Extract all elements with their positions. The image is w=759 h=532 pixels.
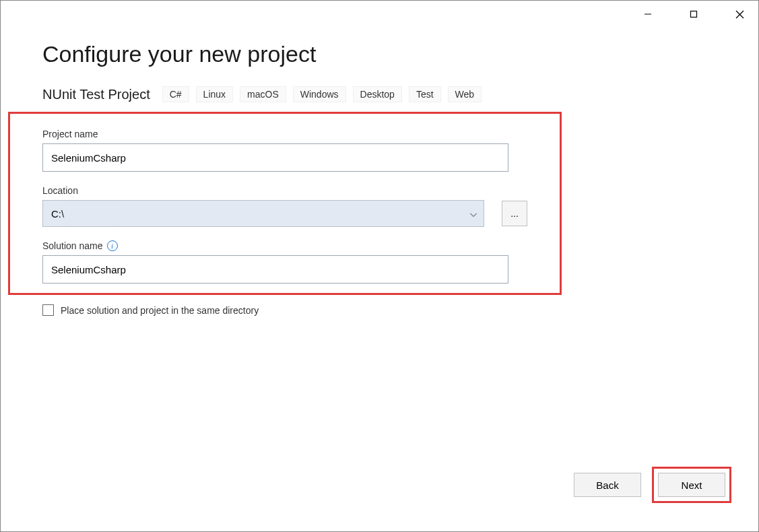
- page-title: Configure your new project: [42, 41, 717, 67]
- location-dropdown[interactable]: C:\: [42, 200, 484, 227]
- location-label: Location: [42, 185, 527, 196]
- tag-web: Web: [448, 86, 482, 102]
- tag-linux: Linux: [196, 86, 233, 102]
- maximize-button[interactable]: [680, 5, 707, 24]
- minimize-button[interactable]: [634, 5, 661, 24]
- tag-macos: macOS: [240, 86, 286, 102]
- close-button[interactable]: [726, 5, 753, 24]
- fields-highlight: Project name Location C:\ ... Solution n…: [8, 112, 562, 295]
- solution-name-input[interactable]: [42, 255, 508, 284]
- dialog-content: Configure your new project NUnit Test Pr…: [1, 1, 758, 316]
- minimize-icon: [644, 10, 652, 18]
- back-button[interactable]: Back: [574, 473, 641, 497]
- window-controls: [634, 5, 753, 24]
- close-icon: [735, 10, 744, 19]
- tag-test: Test: [409, 86, 441, 102]
- same-directory-row: Place solution and project in the same d…: [42, 304, 717, 316]
- tag-csharp: C#: [162, 86, 189, 102]
- svg-rect-1: [691, 11, 697, 18]
- solution-name-label-text: Solution name: [42, 240, 103, 251]
- chevron-down-icon: [470, 208, 477, 220]
- tag-list: C# Linux macOS Windows Desktop Test Web: [162, 86, 482, 102]
- same-directory-label: Place solution and project in the same d…: [61, 305, 259, 316]
- maximize-icon: [690, 10, 698, 18]
- location-row: C:\ ...: [42, 200, 527, 227]
- same-directory-checkbox[interactable]: [42, 304, 54, 316]
- next-button[interactable]: Next: [658, 473, 725, 497]
- location-value: C:\: [51, 208, 64, 220]
- project-name-label: Project name: [42, 129, 527, 139]
- template-name: NUnit Test Project: [42, 87, 150, 102]
- solution-name-label: Solution name i: [42, 240, 527, 251]
- dialog-footer: Back Next: [574, 467, 731, 503]
- location-redacted: [65, 206, 119, 221]
- project-name-input[interactable]: [42, 143, 508, 172]
- info-icon[interactable]: i: [107, 240, 118, 251]
- browse-button[interactable]: ...: [502, 201, 527, 226]
- tag-desktop: Desktop: [353, 86, 402, 102]
- next-highlight: Next: [652, 467, 731, 503]
- tag-windows: Windows: [293, 86, 346, 102]
- template-row: NUnit Test Project C# Linux macOS Window…: [42, 86, 717, 102]
